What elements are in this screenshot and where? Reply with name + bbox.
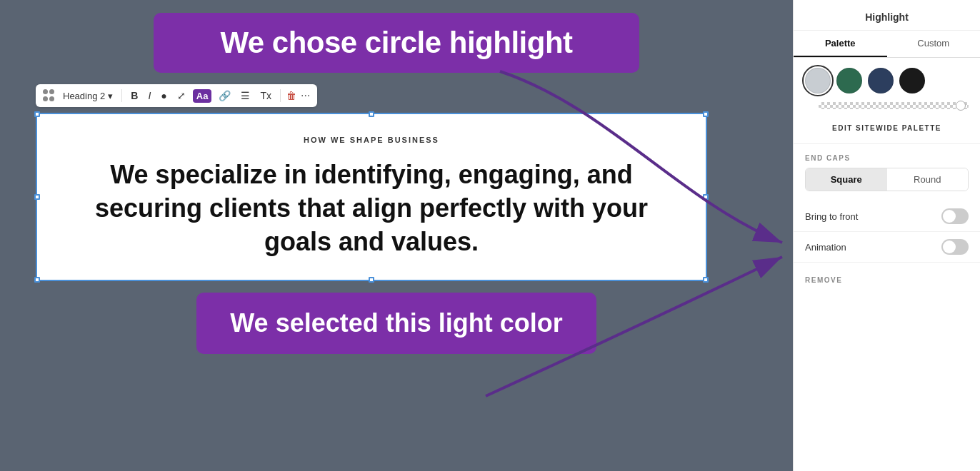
align-button[interactable]: ☰ xyxy=(238,88,253,103)
end-cap-square[interactable]: Square xyxy=(806,168,887,191)
bring-front-label: Bring to front xyxy=(805,211,858,222)
handle-bl[interactable] xyxy=(34,277,40,283)
animation-label: Animation xyxy=(805,242,846,253)
annotation-bottom-text: We selected this light color xyxy=(230,308,562,338)
tab-palette[interactable]: Palette xyxy=(794,31,887,57)
bullet-button[interactable]: ● xyxy=(158,88,169,103)
swatches-row xyxy=(794,58,980,99)
body-text: We specialize in identifying, engaging, … xyxy=(66,158,677,258)
edit-sitewide-label[interactable]: EDIT SITEWIDE PALETTE xyxy=(832,124,941,132)
main-container: We chose circle highlight Heading 2 ▾ B … xyxy=(0,0,980,471)
more-button[interactable]: ··· xyxy=(301,89,310,102)
handle-tr[interactable] xyxy=(703,111,709,117)
swatch-dark-green[interactable] xyxy=(836,68,862,93)
toolbar: Heading 2 ▾ B I ● ⤢ Aa 🔗 ☰ Tx 🗑 ··· xyxy=(36,84,317,107)
handle-bm[interactable] xyxy=(369,277,374,283)
editor-area: We chose circle highlight Heading 2 ▾ B … xyxy=(0,0,793,471)
opacity-slider-row xyxy=(794,99,980,115)
swatch-navy[interactable] xyxy=(868,68,894,93)
style-select[interactable]: Heading 2 ▾ xyxy=(60,89,116,103)
content-box[interactable]: HOW WE SHAPE BUSINESS We specialize in i… xyxy=(36,113,707,281)
handle-tl[interactable] xyxy=(34,111,40,117)
handle-tm[interactable] xyxy=(369,111,374,117)
resize-button[interactable]: ⤢ xyxy=(174,88,189,103)
opacity-slider-thumb[interactable] xyxy=(956,101,966,111)
remove-label[interactable]: REMOVE xyxy=(805,276,842,284)
bring-front-row: Bring to front xyxy=(794,201,980,232)
remove-section: REMOVE xyxy=(794,263,980,295)
opacity-slider-track[interactable] xyxy=(819,102,969,109)
link-button[interactable]: 🔗 xyxy=(216,88,234,103)
swatch-black[interactable] xyxy=(899,68,925,93)
animation-row: Animation xyxy=(794,232,980,263)
animation-toggle[interactable] xyxy=(941,239,969,255)
end-caps-label: END CAPS xyxy=(794,144,980,168)
delete-button[interactable]: 🗑 xyxy=(286,90,296,101)
bring-front-toggle[interactable] xyxy=(941,208,969,224)
drag-handle[interactable] xyxy=(43,89,56,102)
sep1 xyxy=(121,89,122,102)
annotation-bottom: We selected this light color xyxy=(196,293,596,354)
handle-rm[interactable] xyxy=(703,194,709,200)
right-panel: Highlight Palette Custom EDIT SITEWIDE P xyxy=(793,0,980,471)
panel-tabs: Palette Custom xyxy=(794,31,980,58)
eyebrow-text: HOW WE SHAPE BUSINESS xyxy=(66,136,677,144)
clear-format-button[interactable]: Tx xyxy=(257,88,274,103)
handle-br[interactable] xyxy=(703,277,709,283)
panel-title: Highlight xyxy=(794,0,980,31)
annotation-top: We chose circle highlight xyxy=(154,13,639,73)
handle-lm[interactable] xyxy=(34,194,40,200)
end-cap-round[interactable]: Round xyxy=(887,168,969,191)
swatch-light-gray[interactable] xyxy=(805,68,831,93)
aa-button[interactable]: Aa xyxy=(193,89,212,103)
italic-button[interactable]: I xyxy=(145,88,154,103)
annotation-top-text: We chose circle highlight xyxy=(220,26,572,59)
sep2 xyxy=(280,89,281,102)
edit-sitewide-section: EDIT SITEWIDE PALETTE xyxy=(794,115,980,144)
end-caps-row: Square Round xyxy=(805,168,969,191)
tab-custom[interactable]: Custom xyxy=(887,31,981,57)
bold-button[interactable]: B xyxy=(128,88,141,103)
